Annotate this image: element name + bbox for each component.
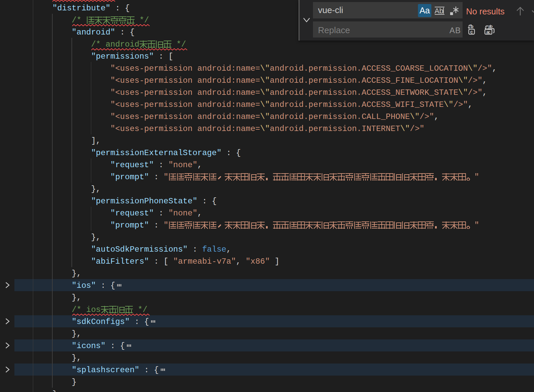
svg-text:c: c bbox=[470, 29, 473, 35]
svg-text:ab: ab bbox=[488, 24, 493, 29]
svg-text:ac: ac bbox=[486, 30, 491, 35]
svg-text:b: b bbox=[470, 24, 473, 30]
